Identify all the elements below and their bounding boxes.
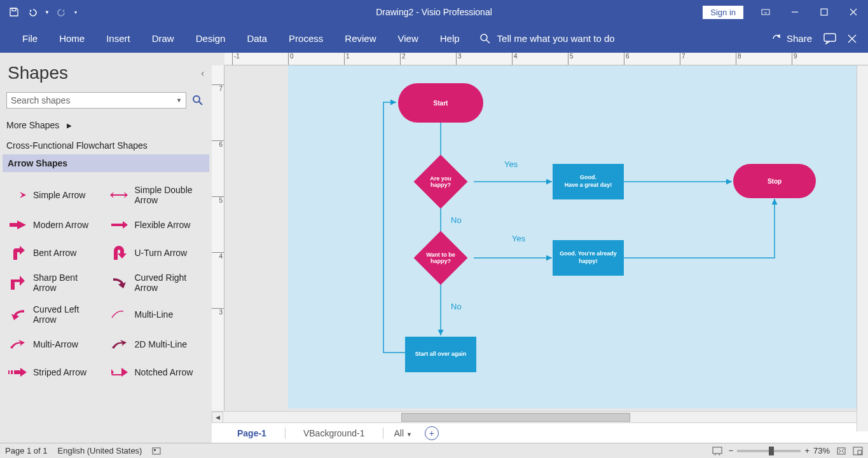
shapes-list: Simple Arrow Simple Double Arrow Modern … [0, 176, 212, 389]
horizontal-ruler[interactable]: -1 0 1 2 3 4 5 6 7 8 9 [224, 53, 868, 65]
search-shapes-input[interactable]: Search shapes ▼ [6, 92, 186, 109]
close-button[interactable] [839, 3, 868, 22]
ruler-tick: 4 [512, 53, 518, 65]
shape-text: Good. You're already happy! [553, 250, 624, 265]
shape-text: Are you happy? [422, 175, 460, 188]
share-button[interactable]: Share [771, 33, 812, 44]
shape-label: Notched Arrow [135, 367, 193, 377]
horizontal-scrollbar[interactable]: ◀ ▶ [212, 411, 868, 422]
svg-point-4 [481, 34, 487, 41]
shape-striped-arrow[interactable]: Striped Arrow [5, 359, 106, 386]
scroll-thumb[interactable] [401, 413, 630, 422]
shape-bent-arrow[interactable]: Bent Arrow [5, 239, 106, 266]
ruler-tick: 1 [344, 53, 350, 65]
comments-button[interactable] [823, 33, 836, 44]
search-dropdown-icon[interactable]: ▼ [176, 97, 182, 104]
tab-file[interactable]: File [11, 27, 48, 50]
tab-view[interactable]: View [387, 27, 429, 50]
shape-modern-arrow[interactable]: Modern Arrow [5, 212, 106, 238]
connector-label-no: No [451, 302, 462, 311]
shape-label: Curved Right Arrow [135, 273, 205, 293]
all-pages-button[interactable]: All ▼ [389, 428, 417, 438]
svg-rect-9 [8, 370, 10, 374]
collapse-panel-button[interactable]: ‹ [201, 68, 204, 78]
tell-me[interactable]: Tell me what you want to do [479, 33, 615, 44]
fit-to-window-button[interactable] [836, 447, 846, 455]
language-indicator[interactable]: English (United States) [58, 446, 142, 455]
drawing-canvas[interactable]: Start Are you happy? Good. Have a great … [224, 65, 868, 411]
tab-design[interactable]: Design [185, 27, 237, 50]
vertical-ruler[interactable]: 7 6 5 4 3 [212, 65, 224, 411]
svg-rect-3 [821, 9, 827, 15]
zoom-in-button[interactable]: + [804, 446, 809, 455]
page-tab-background[interactable]: VBackground-1 [291, 424, 378, 442]
shape-2d-multi-line[interactable]: 2D Multi-Line [107, 331, 207, 358]
shape-text: Good. Have a great day! [565, 174, 612, 189]
process-good-great-day[interactable]: Good. Have a great day! [553, 164, 624, 199]
undo-dropdown[interactable]: ▼ [43, 3, 51, 21]
zoom-out-button[interactable]: − [729, 446, 734, 455]
save-button[interactable] [5, 3, 23, 21]
zoom-slider[interactable] [737, 450, 801, 452]
shape-multi-line[interactable]: Multi-Line [107, 299, 207, 330]
vertical-scrollbar[interactable] [857, 65, 868, 431]
zoom-slider-thumb[interactable] [769, 447, 774, 455]
shape-simple-arrow[interactable]: Simple Arrow [5, 180, 106, 210]
zoom-level[interactable]: 73% [813, 446, 830, 455]
ribbon-display-options[interactable] [751, 3, 780, 22]
tab-process[interactable]: Process [278, 27, 334, 50]
tab-review[interactable]: Review [334, 27, 387, 50]
stencil-cross-functional[interactable]: Cross-Functional Flowchart Shapes [0, 137, 212, 154]
tab-insert[interactable]: Insert [95, 27, 141, 50]
ruler-tick: 2 [400, 53, 406, 65]
stencil-arrow-shapes[interactable]: Arrow Shapes [3, 154, 209, 172]
scroll-left-button[interactable]: ◀ [212, 412, 223, 423]
tab-help[interactable]: Help [429, 27, 471, 50]
process-start-over[interactable]: Start all over again [405, 337, 476, 372]
process-already-happy[interactable]: Good. You're already happy! [553, 240, 624, 276]
page-tab-1[interactable]: Page-1 [224, 424, 280, 442]
svg-line-8 [199, 102, 202, 105]
more-shapes-button[interactable]: More Shapes ▶ [0, 115, 212, 137]
shape-label: Simple Arrow [33, 190, 85, 200]
tab-data[interactable]: Data [236, 27, 278, 50]
page-indicator[interactable]: Page 1 of 1 [5, 446, 48, 455]
terminator-stop[interactable]: Stop [733, 164, 816, 198]
shape-label: Simple Double Arrow [135, 185, 205, 205]
redo-button[interactable] [52, 3, 70, 21]
sign-in-button[interactable]: Sign in [703, 6, 743, 19]
shape-text: Start all over again [415, 351, 467, 358]
shape-flexible-arrow[interactable]: Flexible Arrow [107, 212, 207, 238]
drawing-page[interactable]: Start Are you happy? Good. Have a great … [288, 65, 860, 408]
canvas-area: -1 0 1 2 3 4 5 6 7 8 9 7 6 5 4 3 [212, 53, 868, 443]
shape-multi-arrow[interactable]: Multi-Arrow [5, 331, 106, 358]
tab-draw[interactable]: Draw [141, 27, 185, 50]
search-go-button[interactable] [190, 93, 205, 108]
shape-simple-double-arrow[interactable]: Simple Double Arrow [107, 180, 207, 210]
shape-curved-left-arrow[interactable]: Curved Left Arrow [5, 299, 106, 330]
close-x-button[interactable] [848, 34, 857, 43]
add-page-button[interactable]: + [425, 426, 439, 440]
svg-rect-0 [12, 8, 16, 11]
macro-recorder-icon[interactable] [152, 447, 161, 455]
terminator-start[interactable]: Start [398, 83, 483, 123]
ruler-tick: 6 [212, 140, 224, 148]
shape-label: Curved Left Arrow [33, 304, 103, 325]
minimize-button[interactable] [780, 3, 809, 22]
share-icon [771, 33, 783, 44]
pan-zoom-button[interactable] [853, 447, 863, 455]
undo-button[interactable] [24, 3, 42, 21]
ruler-tick: 4 [212, 252, 224, 260]
shape-notched-arrow[interactable]: Notched Arrow [107, 359, 207, 386]
maximize-button[interactable] [809, 3, 839, 22]
shape-sharp-bent-arrow[interactable]: Sharp Bent Arrow [5, 267, 106, 298]
ruler-tick: 5 [568, 53, 574, 65]
qat-customize[interactable]: ▾ [71, 3, 80, 21]
ribbon-tabs: File Home Insert Draw Design Data Proces… [0, 24, 868, 53]
more-shapes-label: More Shapes [6, 120, 59, 130]
tab-home[interactable]: Home [48, 27, 95, 50]
shape-u-turn-arrow[interactable]: U-Turn Arrow [107, 239, 207, 266]
shape-curved-right-arrow[interactable]: Curved Right Arrow [107, 267, 207, 298]
chevron-right-icon: ▶ [67, 122, 72, 129]
presentation-mode-button[interactable] [712, 447, 722, 455]
